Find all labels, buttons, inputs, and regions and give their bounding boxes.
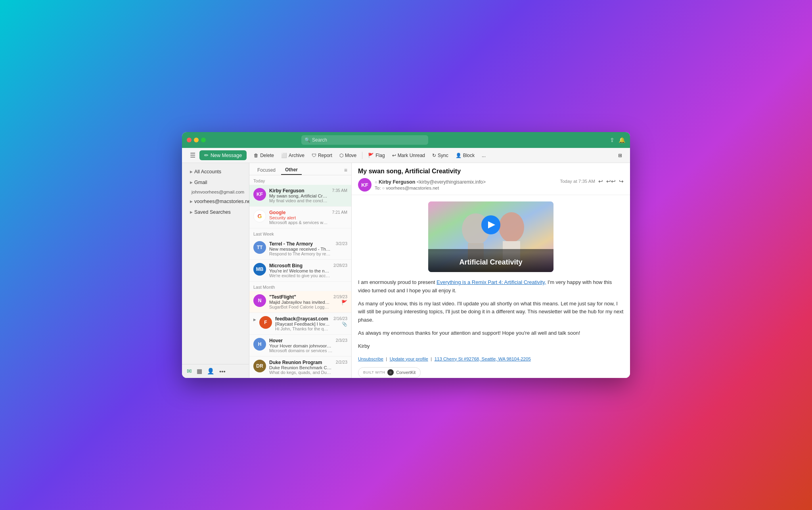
- minimize-button[interactable]: [194, 138, 199, 142]
- convertkit-logo: ○: [387, 369, 394, 376]
- move-button[interactable]: ⬡ Move: [336, 151, 360, 160]
- forward-button[interactable]: ↪: [619, 178, 624, 184]
- sidebar-more-icon[interactable]: •••: [219, 368, 226, 375]
- detail-sender-info: ○ Kirby Ferguson <kirby@everythingisarem…: [375, 179, 486, 190]
- time-google: 7:21 AM: [332, 210, 347, 215]
- time-bing: 2/28/23: [333, 263, 347, 268]
- tab-other[interactable]: Other: [281, 165, 302, 175]
- sender-terrel: Terrel - The Armory: [269, 241, 333, 247]
- subject-bing: You're in! Welcome to the new Bing!: [269, 268, 330, 273]
- preview-bing: We're excited to give you access to an e…: [269, 273, 330, 278]
- preview-google: Microsoft apps & services was granted ac…: [269, 220, 329, 225]
- email-item-duke[interactable]: DR Duke Reunion Program Duke Reunion Ben…: [249, 357, 351, 378]
- time-terrel: 3/2/23: [336, 241, 347, 246]
- chevron-icon: ▶: [190, 180, 193, 184]
- filter-icon[interactable]: ≡: [344, 167, 347, 173]
- email-content-testflight: "TestFlight" Majid Jabrayilov has invite…: [269, 294, 330, 309]
- flag-button[interactable]: 🚩 Flag: [365, 151, 388, 160]
- tab-focused[interactable]: Focused: [253, 166, 280, 174]
- email-item-feedback[interactable]: ▶ F feedback@raycast.com [Raycast Feedba…: [249, 313, 351, 335]
- body-paragraph-3: As always my enormous thanks for your at…: [358, 329, 624, 337]
- email-item-kirby[interactable]: KF Kirby Ferguson My swan song, Artifici…: [249, 185, 351, 207]
- detail-to-line: To: ○ voorhees@macstories.net: [375, 186, 486, 190]
- sidebar-item-voorhees[interactable]: ▶ voorhees@macstories.net: [185, 196, 246, 207]
- email-item-bing[interactable]: MB Microsoft Bing You're in! Welcome to …: [249, 260, 351, 282]
- search-bar[interactable]: 🔍 Search: [301, 135, 428, 145]
- maximize-button[interactable]: [201, 138, 206, 142]
- toolbar: ☰ ✏ New Message 🗑 Delete ⬜ Archive 🛡 Rep…: [182, 148, 630, 163]
- report-icon: 🛡: [312, 153, 316, 158]
- time-feedback: 2/16/23: [333, 316, 347, 321]
- video-overlay: Artificial Creativity: [428, 201, 553, 272]
- attachment-icon: 📎: [342, 322, 347, 327]
- delete-button[interactable]: 🗑 Delete: [251, 151, 277, 160]
- email-item-google[interactable]: G Google Security alert Microsoft apps &…: [249, 207, 351, 228]
- address-link[interactable]: 113 Cherry St #92768, Seattle, WA 98104-…: [435, 357, 531, 361]
- body-paragraph-1: I am enormously proud to present Everyth…: [358, 278, 624, 295]
- detail-meta: KF ○ Kirby Ferguson <kirby@everythingisa…: [358, 178, 624, 192]
- built-with-badge: BUILT WITH ○ ConvertKit: [358, 367, 421, 378]
- preview-kirby: My final video and the conclusion of the…: [269, 198, 329, 203]
- notification-icon[interactable]: 🔔: [619, 137, 625, 143]
- play-button[interactable]: [481, 215, 500, 234]
- from-email: kirby@everythingisaremix.info: [419, 179, 483, 185]
- block-label: Block: [463, 153, 475, 158]
- titlebar-right: ⇪ 🔔: [610, 137, 625, 143]
- all-accounts-label: All Accounts: [194, 169, 241, 174]
- sender-kirby: Kirby Ferguson: [269, 188, 329, 194]
- contacts-icon[interactable]: 👤: [207, 368, 214, 375]
- voorhees-label: voorhees@macstories.net: [194, 199, 252, 204]
- video-thumbnail[interactable]: Artificial Creativity: [428, 201, 553, 272]
- calendar-icon[interactable]: ▦: [197, 368, 202, 375]
- sidebar-footer: ✉ ▦ 👤 •••: [182, 364, 249, 378]
- report-button[interactable]: 🛡 Report: [308, 151, 335, 160]
- sidebar-gmail-email[interactable]: johnvoorhees@gmail.com: [184, 188, 247, 196]
- new-message-button[interactable]: ✏ New Message: [199, 150, 247, 160]
- sidebar-toggle-button[interactable]: ☰: [187, 150, 199, 161]
- mark-unread-button[interactable]: ↩ Mark Unread: [389, 151, 428, 160]
- share-icon[interactable]: ⇪: [610, 137, 615, 143]
- email-item-hover[interactable]: H Hover Your Hover domain johnvoorhees.c…: [249, 335, 351, 357]
- reply-button[interactable]: ↩: [598, 178, 603, 184]
- archive-button[interactable]: ⬜ Archive: [278, 151, 308, 160]
- video-title: Artificial Creativity: [433, 257, 549, 268]
- detail-body: Artificial Creativity I am enormously pr…: [352, 195, 630, 378]
- email-content-feedback: feedback@raycast.com [Raycast Feedback] …: [275, 316, 330, 331]
- meta-hover: 2/3/23: [336, 338, 347, 343]
- email-content-terrel: Terrel - The Armory New message received…: [269, 241, 333, 256]
- block-button[interactable]: 👤 Block: [452, 151, 478, 160]
- layout-toggle-button[interactable]: ⊞: [615, 151, 625, 160]
- sidebar-item-gmail[interactable]: ▶ Gmail: [185, 177, 246, 188]
- preview-terrel: Respond to The Armory by replying direct…: [269, 251, 333, 256]
- sync-button[interactable]: ↻ Sync: [429, 151, 452, 160]
- reply-all-button[interactable]: ↩↩: [606, 178, 616, 184]
- mail-icon[interactable]: ✉: [187, 368, 192, 375]
- trash-icon: 🗑: [254, 153, 259, 158]
- sidebar-item-all-accounts[interactable]: ▶ All Accounts: [185, 167, 246, 177]
- subject-duke: Duke Reunion Benchmark Challenge: Who...: [269, 365, 333, 370]
- built-with-label: BUILT WITH: [363, 370, 385, 375]
- unsubscribe-link[interactable]: Unsubscribe: [358, 357, 383, 361]
- email-item-testflight[interactable]: N "TestFlight" Majid Jabrayilov has invi…: [249, 291, 351, 313]
- update-profile-link[interactable]: Update your profile: [390, 357, 428, 361]
- body-link[interactable]: Everything is a Remix Part 4: Artificial…: [437, 279, 546, 285]
- detail-right: Today at 7:35 AM ↩ ↩↩ ↪: [560, 178, 624, 184]
- avatar-terrel: TT: [253, 241, 266, 254]
- chevron-icon: ▶: [190, 210, 193, 214]
- app-window: 🔍 Search ⇪ 🔔 ☰ ✏ New Message 🗑 Delete ⬜ …: [182, 132, 630, 378]
- subject-testflight: Majid Jabrayilov has invited you to test…: [269, 300, 330, 305]
- archive-icon: ⬜: [281, 153, 287, 158]
- email-item-terrel[interactable]: TT Terrel - The Armory New message recei…: [249, 238, 351, 260]
- preview-feedback: Hi John, Thanks for the quick reply! I'v…: [275, 326, 330, 331]
- close-button[interactable]: [187, 138, 192, 142]
- subject-hover: Your Hover domain johnvoorhees.co is co.…: [269, 343, 333, 348]
- block-icon: 👤: [456, 153, 462, 158]
- detail-sender-name-line: ○ Kirby Ferguson <kirby@everythingisarem…: [375, 179, 486, 185]
- toolbar-separator: [362, 152, 362, 159]
- detail-date: Today at 7:35 AM: [560, 179, 595, 184]
- sidebar-item-saved-searches[interactable]: ▶ Saved Searches: [185, 207, 246, 217]
- subject-terrel: New message received - The Armory | Jo..…: [269, 247, 333, 251]
- mark-unread-label: Mark Unread: [398, 153, 425, 158]
- chevron-icon: ▶: [190, 170, 193, 174]
- more-button[interactable]: ...: [479, 151, 489, 160]
